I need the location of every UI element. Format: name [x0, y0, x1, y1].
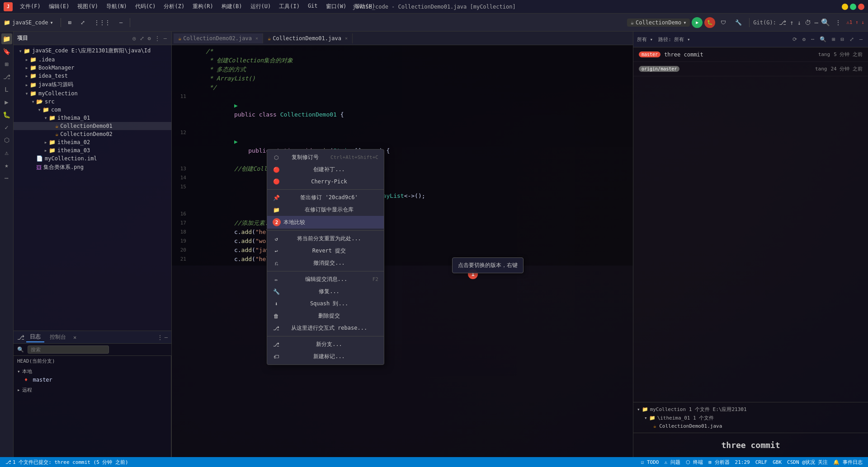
close-button[interactable] — [858, 4, 864, 10]
rp-java-file-item[interactable]: ☕ CollectionDemo01.java — [644, 423, 864, 429]
menu-view[interactable]: 视图(V) — [74, 2, 102, 11]
git-head-item[interactable]: HEAD(当前分支) — [14, 356, 171, 366]
rp-filter-btn[interactable]: ⚙ — [801, 35, 807, 43]
activity-debug[interactable]: 🐛 — [1, 109, 12, 120]
rp-minimize-btn[interactable]: — — [858, 35, 864, 43]
menu-code[interactable]: 代码(C) — [132, 2, 160, 11]
activity-leetcode[interactable]: L — [1, 84, 12, 95]
rp-commit-item-origin[interactable]: origin/master tang 24 分钟 之前 — [633, 62, 868, 76]
tree-item-mycollection[interactable]: ▾ 📁 myCollection — [14, 89, 171, 98]
rp-refresh-btn[interactable]: ⟳ — [791, 35, 799, 43]
git-status-item[interactable]: ⎇ 1 个文件已提交: three commit (5 分钟 之前) — [4, 459, 130, 466]
menu-file[interactable]: 文件(F) — [16, 2, 44, 11]
more-options-btn[interactable]: ⋮ — [832, 19, 844, 27]
menu-analyze[interactable]: 分析(Z) — [160, 2, 188, 11]
activity-terminal[interactable]: ⬡ — [1, 135, 12, 145]
ctx-reset-branch[interactable]: ↺ 将当前分支重置为此处... — [267, 233, 384, 245]
git-master-item[interactable]: ♦ master — [17, 377, 167, 383]
minimize-button[interactable] — [842, 4, 848, 10]
tab-close-demo01[interactable]: ✕ — [345, 36, 348, 41]
git-panel-close-btn[interactable]: ✕ — [73, 334, 76, 341]
ctx-create-patch[interactable]: 🔴 创建补丁... — [267, 163, 384, 176]
ctx-checkout[interactable]: 📌 签出修订 '20cad9c6' — [267, 191, 384, 204]
menu-git[interactable]: Git — [304, 2, 321, 11]
tab-close-demo02[interactable]: ✕ — [255, 36, 258, 41]
panel-close-icon[interactable]: — — [163, 34, 168, 42]
git-pull-icon[interactable]: ↓ — [796, 18, 802, 27]
locate-icon[interactable]: ◎ — [132, 34, 137, 42]
activity-vcs[interactable]: ⎇ — [1, 71, 12, 82]
tab-collectiondemo01[interactable]: ☕ CollectionDemo01.java ✕ — [263, 33, 353, 43]
tree-item-java-src[interactable]: ▸ 📁 java练习源码 — [14, 80, 171, 89]
activity-problems[interactable]: ⚠ — [1, 147, 12, 158]
tab-collectiondemo02[interactable]: ☕ CollectionDemo02.java ✕ — [174, 33, 263, 43]
activity-structure[interactable]: ⊞ — [1, 59, 12, 70]
tree-item-src[interactable]: ▾ 📂 src — [14, 98, 171, 106]
ctx-undo-commit[interactable]: ⎌ 撤消提交... — [267, 257, 384, 269]
status-todo[interactable]: ☑ TODO — [639, 459, 661, 465]
tree-item-idea[interactable]: ▸ 📁 .idea — [14, 56, 171, 64]
ctx-squash[interactable]: ⬇ Squash 到... — [267, 298, 384, 310]
menu-edit[interactable]: 编辑(E) — [45, 2, 73, 11]
ctx-show-repo[interactable]: 📁 在修订版中显示仓库 — [267, 204, 384, 216]
project-switcher[interactable]: 📁 javaSE_code ▾ — [4, 19, 53, 26]
tree-item-ideatest[interactable]: ▸ 📁 idea_test — [14, 72, 171, 80]
maximize-button[interactable] — [850, 4, 856, 10]
rp-search-btn[interactable]: 🔍 — [818, 35, 828, 43]
structure-view-btn[interactable]: ⊞ — [65, 19, 75, 27]
status-charset[interactable]: GBK — [771, 459, 783, 465]
expand-all-icon[interactable]: ⤢ — [139, 34, 145, 42]
status-profiler[interactable]: ⊞ 分析器 — [707, 459, 731, 466]
tree-item-root[interactable]: ▾ 📁 javaSE_code E:\应用21301唐辉阳\java\Id — [14, 46, 171, 56]
ctx-fixup[interactable]: 🔧 修复... — [267, 285, 384, 298]
git-panel-minimize-btn[interactable]: — — [165, 334, 168, 341]
rp-expand-btn[interactable]: ⤢ — [848, 35, 856, 43]
git-panel-more-btn[interactable]: ⋮ — [157, 334, 163, 341]
ctx-delete-commit[interactable]: 🗑 删除提交 — [267, 310, 384, 322]
tree-item-itheima01[interactable]: ▾ 📁 itheima_01 — [14, 114, 171, 122]
status-problems[interactable]: ⚠ 问题 — [662, 459, 682, 466]
profile-btn[interactable]: 🔧 — [731, 19, 745, 27]
git-tab-console[interactable]: 控制台 — [46, 332, 70, 342]
ctx-local-compare[interactable]: 2 本地比较 — [267, 216, 384, 229]
gear-icon[interactable]: ⚙ — [147, 34, 152, 42]
ctx-new-branch[interactable]: ⎇ 新分支... — [267, 338, 384, 350]
menu-run[interactable]: 运行(U) — [247, 2, 275, 11]
tree-item-collectiondemo02[interactable]: ▸ ☕ CollectionDemo02 — [14, 130, 171, 138]
activity-todo[interactable]: ✓ — [1, 122, 12, 133]
rp-columns-btn[interactable]: ⊟ — [839, 35, 846, 43]
tree-item-collectiondemo01[interactable]: ▸ ☕ CollectionDemo01 — [14, 122, 171, 130]
ctx-interactive-rebase[interactable]: ⎇ 从这里进行交互式 rebase... — [267, 322, 384, 334]
git-more-icon[interactable]: ⋯ — [814, 18, 819, 27]
run-button[interactable]: ▶ — [692, 17, 703, 28]
status-event-log[interactable]: 🔔 事件日志 — [831, 459, 864, 466]
expand-btn[interactable]: ⤢ — [77, 19, 89, 27]
git-local-title[interactable]: ▾ 本地 — [17, 368, 167, 375]
menu-window[interactable]: 窗口(W) — [322, 2, 350, 11]
ctx-new-tag[interactable]: 🏷 新建标记... — [267, 350, 384, 363]
tree-item-itheima03[interactable]: ▸ 📁 itheima_03 — [14, 146, 171, 154]
tree-item-png[interactable]: ▸ 🖼 集合类体系.png — [14, 163, 171, 172]
coverage-btn[interactable]: 🛡 — [717, 19, 730, 27]
activity-bookmarks[interactable]: 🔖 — [1, 46, 12, 57]
tree-item-iml[interactable]: ▸ 📄 myCollection.iml — [14, 154, 171, 163]
tree-item-itheima02[interactable]: ▸ 📁 itheima_02 — [14, 138, 171, 146]
activity-project[interactable]: 📁 — [1, 33, 12, 44]
status-terminal[interactable]: ⬡ 终端 — [684, 459, 705, 466]
git-search-input[interactable] — [28, 346, 109, 354]
status-line-col[interactable]: 21:29 — [733, 459, 752, 465]
git-history-icon[interactable]: ⏱ — [804, 18, 812, 27]
search-button[interactable]: 🔍 — [821, 18, 830, 27]
menu-build[interactable]: 构建(B) — [218, 2, 246, 11]
menu-navigate[interactable]: 导航(N) — [103, 2, 131, 11]
activity-favorites[interactable]: ★ — [1, 160, 12, 171]
tree-item-bookmanager[interactable]: ▸ 📁 BookManager — [14, 64, 171, 72]
ctx-cherry-pick[interactable]: 🔴 Cherry-Pick — [267, 176, 384, 187]
tree-item-com[interactable]: ▾ 📁 com — [14, 106, 171, 114]
status-csdn[interactable]: CSDN @状况 关注 — [785, 459, 830, 466]
ctx-copy-revision[interactable]: ⬡ 复制修订号 Ctrl+Alt+Shift+C — [267, 151, 384, 163]
activity-run[interactable]: ▶ — [1, 97, 12, 107]
git-remote-title[interactable]: ▸ 远程 — [17, 387, 167, 393]
rp-more-btn[interactable]: ⋯ — [809, 35, 816, 43]
activity-more[interactable]: ⋯ — [1, 173, 12, 183]
